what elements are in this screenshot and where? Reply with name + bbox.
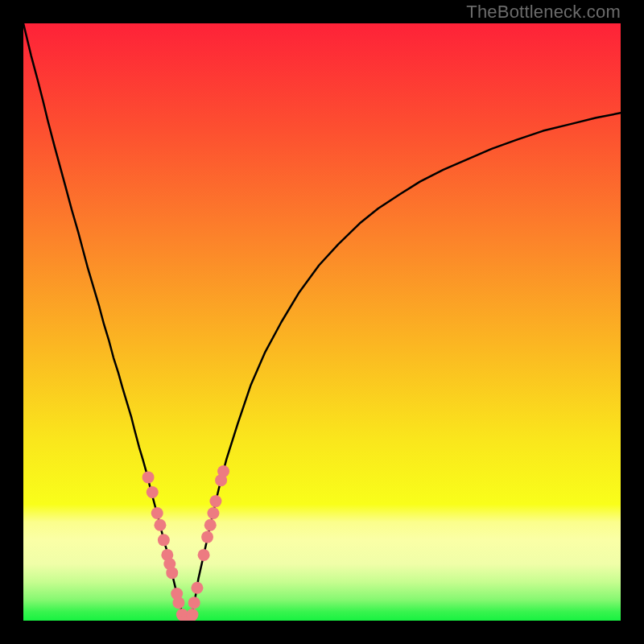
data-point xyxy=(217,465,229,477)
watermark-text: TheBottleneck.com xyxy=(466,2,621,23)
data-point xyxy=(207,507,219,519)
data-point xyxy=(142,471,155,483)
data-point xyxy=(172,597,184,609)
data-point xyxy=(209,495,221,507)
data-point xyxy=(154,519,166,531)
data-point xyxy=(204,519,217,531)
bottleneck-curve xyxy=(23,23,621,621)
data-point xyxy=(166,567,178,579)
data-point xyxy=(158,534,170,546)
chart-frame: TheBottleneck.com xyxy=(0,0,644,644)
data-point xyxy=(201,531,213,543)
chart-svg xyxy=(23,23,621,621)
data-point xyxy=(186,609,198,621)
data-point xyxy=(191,582,203,594)
data-point xyxy=(151,507,163,519)
data-point xyxy=(198,549,210,561)
data-point xyxy=(147,486,159,498)
plot-area xyxy=(23,23,621,621)
data-point xyxy=(188,597,200,609)
